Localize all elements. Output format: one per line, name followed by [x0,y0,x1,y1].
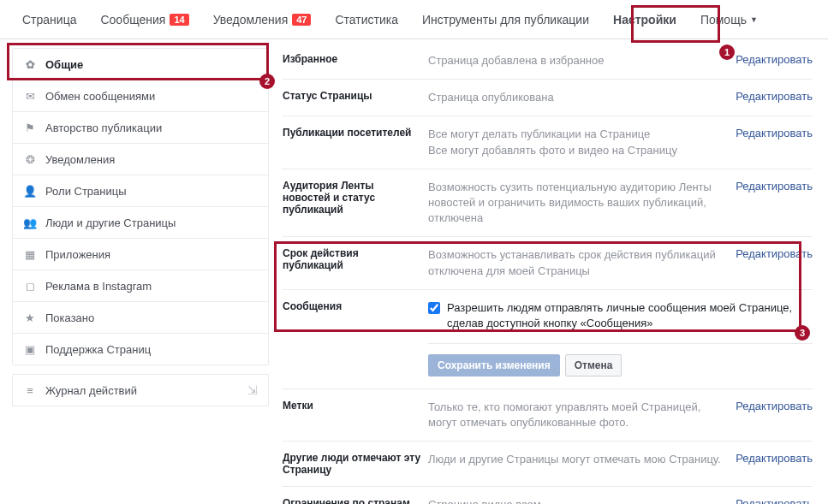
nav-insights[interactable]: Статистика [323,0,410,39]
nav-inbox[interactable]: Сообщения 14 [88,0,200,39]
row-label: Публикации посетителей [283,127,428,139]
row-label: Другие люди отмечают эту Страницу [283,452,428,476]
sidebar-label: Реклама в Instagram [45,280,152,293]
gear-icon: ✿ [23,57,37,71]
row-label: Сообщения [283,300,428,312]
list-icon: ≡ [23,383,37,397]
nav-insights-label: Статистика [335,13,398,27]
sidebar-item-support[interactable]: ▣ Поддержка Страниц [13,334,268,365]
row-label: Ограничения по странам [283,497,428,504]
people-icon: 👥 [23,216,37,229]
messages-checkbox[interactable] [428,302,440,314]
sidebar-label: Авторство публикации [45,122,162,134]
nav-publishing-label: Инструменты для публикации [422,13,589,27]
sidebar-label: Приложения [45,248,110,261]
nav-notifications-label: Уведомления [213,13,289,27]
row-desc: Люди и другие Страницы могут отмечать мо… [428,452,727,467]
sidebar-label: Общие [45,58,83,71]
edit-link[interactable]: Редактировать [727,452,813,465]
row-status: Статус Страницы Страница опубликована Ре… [283,80,813,116]
sidebar-item-roles[interactable]: 👤 Роли Страницы [13,175,268,207]
edit-link[interactable]: Редактировать [727,400,813,412]
save-button[interactable]: Сохранить изменения [428,354,560,377]
row-label: Избранное [283,53,428,65]
row-country: Ограничения по странам Страница видна вс… [283,487,813,504]
sidebar: ✿ Общие ✉ Обмен сообщениями ⚑ Авторство … [0,39,274,504]
row-desc: Возможность устанавливать срок действия … [428,247,727,278]
messages-desc: Разрешить людям отправлять личные сообще… [447,300,813,331]
row-favorites: Избранное Страница добавлена в избранное… [283,43,813,80]
sidebar-label: Поддержка Страниц [45,343,151,356]
support-icon: ▣ [23,342,37,356]
instagram-icon: ◻ [23,279,37,293]
edit-link[interactable]: Редактировать [727,180,813,193]
nav-help-label: Помощь [700,13,747,27]
row-others-tag: Другие люди отмечают эту Страницу Люди и… [283,442,813,487]
row-expiration: Срок действия публикаций Возможность уст… [283,237,813,289]
row-label: Статус Страницы [283,90,428,102]
apps-icon: ▦ [23,247,37,261]
star-icon: ★ [23,311,37,324]
row-audience: Аудитория Ленты новостей и статус публик… [283,169,813,238]
sidebar-item-apps[interactable]: ▦ Приложения [13,239,268,270]
nav-notifications[interactable]: Уведомления 47 [201,0,324,39]
user-icon: 👤 [23,184,37,198]
nav-help[interactable]: Помощь ▼ [688,0,770,39]
edit-link[interactable]: Редактировать [727,247,813,260]
sidebar-item-activity[interactable]: ≡ Журнал действий ⇲ [13,375,268,406]
cancel-button[interactable]: Отмена [565,354,622,377]
caret-down-icon: ▼ [750,15,758,24]
inbox-badge: 14 [170,14,188,26]
sidebar-item-general[interactable]: ✿ Общие [13,49,268,80]
edit-link[interactable]: Редактировать [727,53,813,66]
row-label: Метки [283,400,428,412]
row-desc: Страница опубликована [428,90,727,105]
row-desc-line: Все могут делать публикации на Странице [428,127,727,142]
row-desc: Страница видна всем. [428,497,727,504]
nav-inbox-label: Сообщения [100,13,165,27]
row-tags: Метки Только те, кто помогают управлять … [283,389,813,442]
sidebar-item-people[interactable]: 👥 Люди и другие Страницы [13,207,268,239]
sidebar-label: Уведомления [45,153,115,166]
sidebar-label: Роли Страницы [45,185,127,198]
sidebar-list-secondary: ≡ Журнал действий ⇲ [12,374,269,406]
row-desc: Страница добавлена в избранное [428,53,727,68]
sidebar-item-notifications[interactable]: ❂ Уведомления [13,144,268,175]
row-desc: Все могут делать публикации на Странице … [428,127,727,157]
row-label: Срок действия публикаций [283,247,428,271]
nav-settings[interactable]: Настройки [601,0,688,39]
nav-publishing[interactable]: Инструменты для публикации [410,0,601,39]
sidebar-item-featured[interactable]: ★ Показано [13,302,268,334]
sidebar-label: Люди и другие Страницы [45,216,176,229]
row-desc: Только те, кто помогают управлять моей С… [428,400,727,430]
globe-icon: ❂ [23,152,37,166]
top-nav: Страница Сообщения 14 Уведомления 47 Ста… [0,0,828,39]
row-label: Аудитория Ленты новостей и статус публик… [283,180,428,216]
sidebar-item-messaging[interactable]: ✉ Обмен сообщениями [13,80,268,112]
external-icon: ⇲ [247,383,258,397]
sidebar-label: Показано [45,311,94,324]
nav-page-label: Страница [22,13,76,27]
row-visitors: Публикации посетителей Все могут делать … [283,116,813,169]
sidebar-list: ✿ Общие ✉ Обмен сообщениями ⚑ Авторство … [12,48,269,365]
sidebar-item-instagram[interactable]: ◻ Реклама в Instagram [13,270,268,302]
sidebar-label: Журнал действий [45,384,137,397]
flag-icon: ⚑ [23,121,37,134]
sidebar-label: Обмен сообщениями [45,90,155,103]
chat-icon: ✉ [23,89,37,103]
edit-link[interactable]: Редактировать [727,90,813,103]
edit-link[interactable]: Редактировать [727,497,813,504]
edit-link[interactable]: Редактировать [727,127,813,139]
row-messages: Сообщения Разрешить людям отправлять лич… [283,290,813,389]
row-desc: Возможность сузить потенциальную аудитор… [428,180,727,227]
nav-page[interactable]: Страница [10,0,88,39]
settings-main: Избранное Страница добавлена в избранное… [274,39,828,504]
sidebar-item-attribution[interactable]: ⚑ Авторство публикации [13,112,268,144]
nav-settings-label: Настройки [613,13,676,27]
notifications-badge: 47 [292,14,311,26]
row-desc-line: Все могут добавлять фото и видео на Стра… [428,143,727,158]
